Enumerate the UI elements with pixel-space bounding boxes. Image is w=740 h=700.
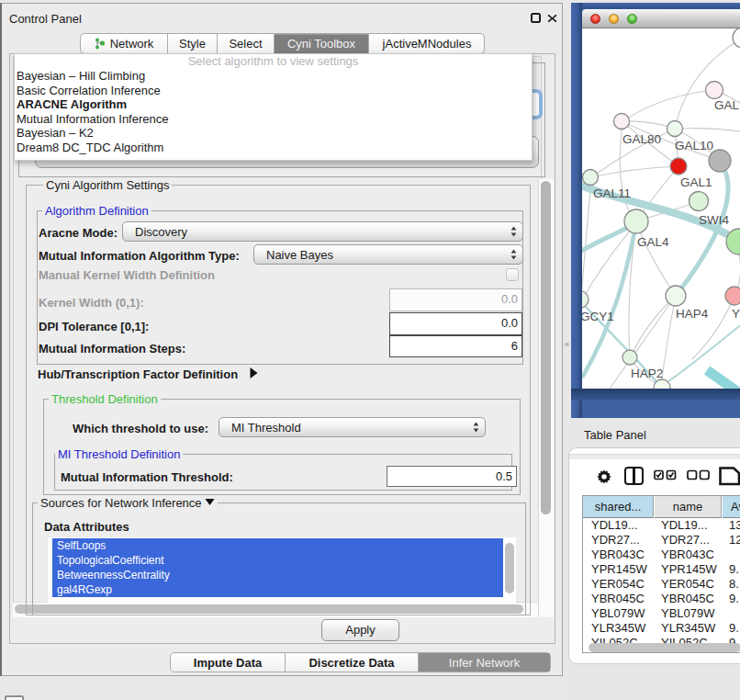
svg-text:HAP2: HAP2	[631, 367, 663, 380]
svg-text:GAL10: GAL10	[675, 139, 713, 152]
svg-text:GAL7: GAL7	[714, 98, 740, 112]
svg-text:SWI4: SWI4	[699, 213, 729, 227]
svg-text:HAP4: HAP4	[676, 307, 709, 321]
svg-text:GAL11: GAL11	[593, 186, 631, 200]
svg-text:GAL4: GAL4	[637, 235, 669, 249]
svg-text:GCY1: GCY1	[582, 310, 614, 323]
svg-text:Y: Y	[732, 307, 740, 321]
svg-text:GAL1: GAL1	[680, 175, 712, 189]
svg-text:GAL80: GAL80	[622, 132, 661, 146]
